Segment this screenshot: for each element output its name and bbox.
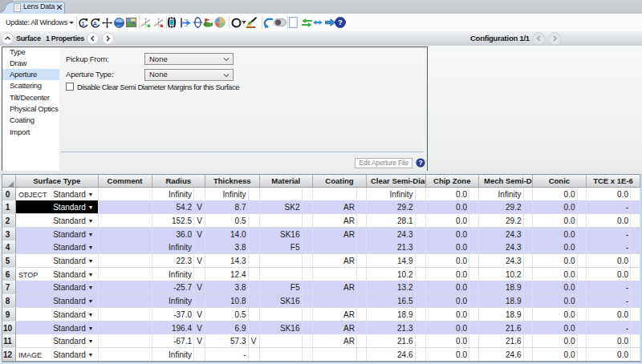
svg-text:?: ? (338, 18, 343, 26)
svg-text:1: 1 (81, 20, 84, 26)
svg-text:A: A (92, 20, 96, 26)
svg-text:?: ? (418, 159, 422, 167)
